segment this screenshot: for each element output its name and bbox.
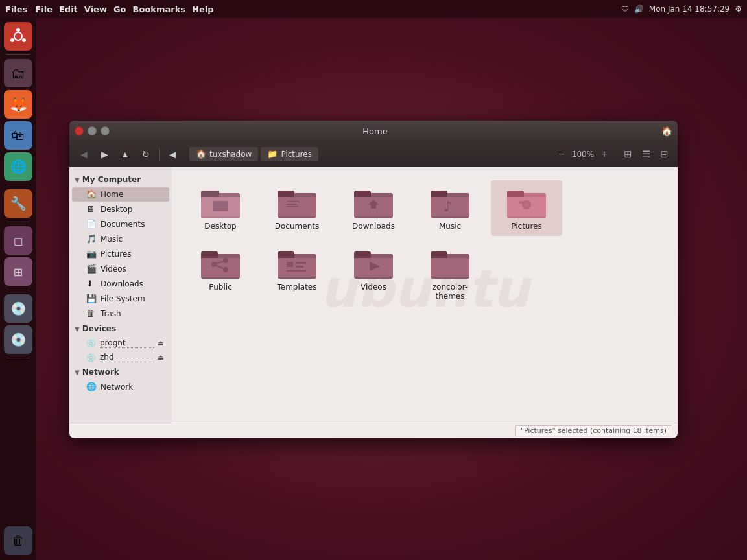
menu-edit[interactable]: Edit [59,5,78,14]
top-panel-left: Files File Edit View Go Bookmarks Help [5,5,214,14]
prognt-eject-button[interactable]: ⏏ [158,339,164,347]
trash-launcher-icon[interactable]: 🗑 [4,526,32,555]
menu-help[interactable]: Help [192,5,213,14]
svg-point-34 [223,258,228,263]
firefox-launcher-icon[interactable]: 🦊 [4,90,32,119]
svg-text:♪: ♪ [444,198,453,215]
sidebar-downloads-label: Downloads [101,279,143,288]
volume-icon[interactable]: 🔊 [634,5,644,14]
folder-item-desktop[interactable]: Desktop [185,180,256,236]
content-area: ▼ My Computer 🏠 Home 🖥 Desktop 📄 Documen… [69,167,678,423]
breadcrumb-home-label: tuxshadow [209,150,252,159]
compact-view-button[interactable]: ⊟ [656,146,672,163]
list-view-button[interactable]: ☰ [637,146,654,163]
launcher-divider-2 [6,185,30,185]
minimize-button[interactable] [88,126,97,135]
svg-point-3 [10,38,14,42]
videos-folder-icon [353,246,394,280]
themes-folder-label: zoncolor-themes [421,283,479,301]
folder-item-public[interactable]: Public [185,241,256,306]
breadcrumb-pictures[interactable]: 📁 Pictures [261,147,318,161]
pictures-folder-label: Pictures [511,222,542,231]
apt-launcher-icon[interactable]: 🛍 [4,121,32,150]
menu-go[interactable]: Go [113,5,126,14]
desktop-sidebar-icon: 🖥 [86,204,97,215]
svg-point-28 [524,202,529,207]
close-button[interactable] [75,126,84,135]
desktop-folder-label: Desktop [204,222,237,231]
sidebar-item-zhd[interactable]: 💿 zhd ⏏ [72,351,169,364]
devices-section-label: Devices [82,324,116,333]
downloads-folder-label: Downloads [352,222,395,231]
file-area[interactable]: ubuntu Desktop [172,167,678,423]
apper-launcher-icon[interactable]: 🌐 [4,152,32,181]
music-folder-icon: ♪ [429,185,471,219]
sidebar-documents-label: Documents [101,220,145,229]
folder-item-templates[interactable]: Templates [261,241,333,306]
icon-view-button[interactable]: ⊞ [619,146,636,163]
home-sidebar-icon: 🏠 [86,189,97,200]
public-folder-icon [200,246,241,280]
sidebar-item-videos[interactable]: 🎬 Videos [72,262,169,276]
titlebar-home-icon[interactable]: 🏠 [661,126,672,136]
sidebar-item-prognt[interactable]: 💿 prognt ⏏ [72,336,169,350]
back-button[interactable]: ◀ [75,145,93,163]
tools-launcher-icon[interactable]: 🔧 [4,189,32,218]
ubuntu-icon[interactable] [4,22,32,51]
sidebar-section-mycomputer[interactable]: ▼ My Computer [69,172,172,187]
menu-bookmarks[interactable]: Bookmarks [133,5,186,14]
sidebar-filesystem-label: File System [101,294,145,303]
launcher-divider-3 [6,222,30,222]
svg-rect-44 [287,270,306,272]
sidebar-item-desktop[interactable]: 🖥 Desktop [72,202,169,216]
sidebar-item-downloads[interactable]: ⬇ Downloads [72,277,169,291]
sidebar-section-devices[interactable]: ▼ Devices [69,321,172,336]
network-arrow-icon: ▼ [75,369,80,376]
sidebar-item-network[interactable]: 🌐 Network [72,380,169,394]
sidebar-section-network[interactable]: ▼ Network [69,365,172,379]
svg-rect-15 [287,206,298,207]
menu-file[interactable]: File [35,5,53,14]
zhd-label: zhd [100,353,154,362]
up-button[interactable]: ▲ [116,145,134,163]
svg-rect-29 [519,201,524,204]
folder-item-themes[interactable]: zoncolor-themes [414,241,486,306]
folder-item-documents[interactable]: Documents [261,180,333,236]
folder-item-videos[interactable]: Videos [338,241,409,306]
pictures-sidebar-icon: 📷 [86,249,97,259]
sidebar-item-documents[interactable]: 📄 Documents [72,217,169,231]
sidebar-item-trash[interactable]: 🗑 Trash [72,307,169,321]
toggle-sidebar-button[interactable]: ◀ [163,145,182,163]
files-launcher-icon[interactable]: 🗂 [4,59,32,88]
settings-icon[interactable]: ⚙ [735,5,742,14]
reload-button[interactable]: ↻ [137,145,155,163]
top-panel: Files File Edit View Go Bookmarks Help 🛡… [0,0,747,18]
svg-rect-42 [296,262,306,264]
zoom-out-button[interactable]: − [554,147,569,161]
sidebar-item-home[interactable]: 🏠 Home [72,187,169,202]
sidebar-item-filesystem[interactable]: 💾 File System [72,292,169,306]
network-sidebar-icon: 🌐 [86,382,97,392]
launcher-divider-1 [6,54,30,55]
forward-button[interactable]: ▶ [95,145,113,163]
zhd-eject-button[interactable]: ⏏ [158,353,164,362]
menu-view[interactable]: View [84,5,107,14]
launcher: 🗂 🦊 🛍 🌐 🔧 ◻ ⊞ 💿 💿 🗑 [0,18,36,560]
folder-item-downloads[interactable]: Downloads [338,180,409,236]
templates-folder-icon [276,246,318,280]
workspace-launcher-icon[interactable]: ◻ [4,226,32,255]
sidebar-item-music[interactable]: 🎵 Music [72,232,169,246]
sidebar-item-pictures[interactable]: 📷 Pictures [72,247,169,261]
app-name[interactable]: Files [5,5,27,14]
maximize-button[interactable] [101,126,110,135]
folder-item-music[interactable]: ♪ Music [414,180,486,236]
breadcrumb-home[interactable]: 🏠 tuxshadow [189,147,258,161]
folder-item-pictures[interactable]: Pictures [491,180,562,236]
grid-launcher-icon[interactable]: ⊞ [4,257,32,286]
zoom-in-button[interactable]: + [597,147,611,161]
hd2-launcher-icon[interactable]: 💿 [4,325,32,354]
hd1-launcher-icon[interactable]: 💿 [4,294,32,323]
trash-sidebar-icon: 🗑 [86,309,97,319]
svg-rect-43 [296,266,303,268]
top-panel-right: 🛡 🔊 Mon Jan 14 18:57:29 ⚙ [621,5,742,14]
